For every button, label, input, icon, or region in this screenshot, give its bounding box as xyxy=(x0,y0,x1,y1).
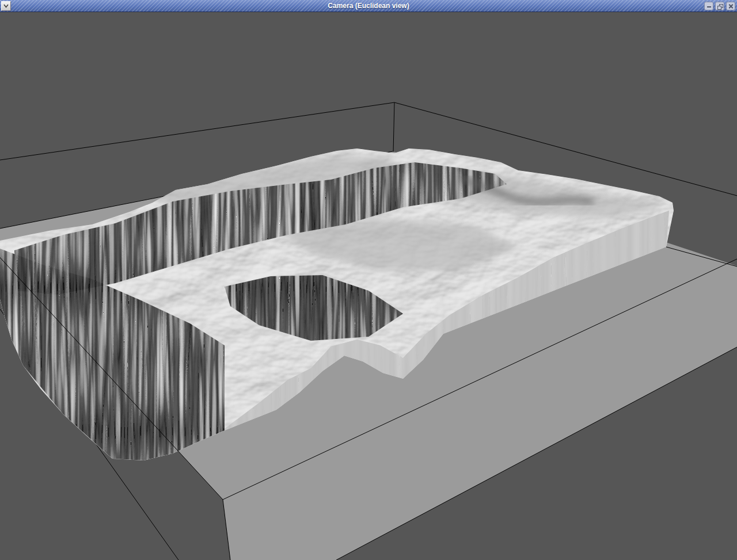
titlebar[interactable]: Camera (Euclidean view) xyxy=(0,0,737,12)
camera-3d-viewport[interactable] xyxy=(0,0,737,560)
window-controls xyxy=(704,2,735,10)
close-button[interactable] xyxy=(726,2,735,10)
minimize-icon xyxy=(707,6,711,7)
minimize-button[interactable] xyxy=(704,2,713,10)
window-title: Camera (Euclidean view) xyxy=(0,2,737,10)
maximize-button[interactable] xyxy=(715,2,724,10)
app-window: Camera (Euclidean view) xyxy=(0,0,737,560)
